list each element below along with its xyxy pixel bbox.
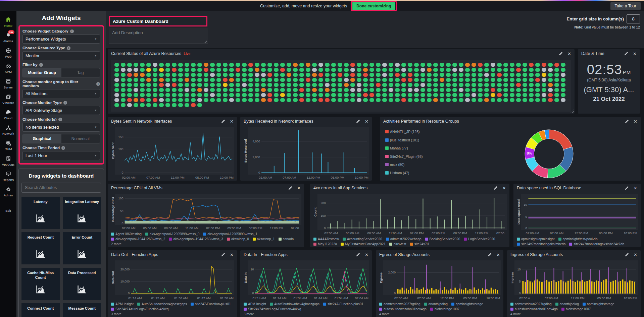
sidebar-item-admin[interactable]: Admin [0,186,16,197]
close-icon[interactable]: ✕ [297,186,301,190]
status-dot [446,98,451,102]
status-dot [114,63,119,67]
select-choose-monitor-s-[interactable]: No items selected▼ [22,123,100,132]
legend-swatch [386,238,389,241]
edit-pencil-icon[interactable] [494,186,498,190]
sidebar-item-vmware[interactable]: VMware [0,93,16,105]
sidebar-item-reports[interactable]: Reports [0,171,16,182]
widget-tile-latency[interactable]: Latency [21,197,60,229]
status-dot [542,73,546,77]
resize-handle[interactable] [203,39,207,43]
status-dot [267,93,272,97]
select-choose-monitor-group-to-filter-monitors[interactable]: All Monitors▼ [22,89,100,98]
status-dot [325,83,330,87]
legend-more-link[interactable]: 3 more... [243,311,369,316]
status-dot [376,88,381,92]
status-dot [185,78,189,82]
edit-pencil-icon[interactable] [625,186,629,190]
grid-size-input[interactable] [627,14,640,23]
legend-item: autoshutdownzoho01bev4gb [510,307,558,311]
dashboard-description-input[interactable]: Add Description [109,28,208,44]
close-icon[interactable]: ✕ [230,253,234,257]
close-icon[interactable]: ✕ [634,119,637,124]
status-dot [465,98,470,102]
legend-more-link[interactable]: 4 more... [510,311,638,316]
edit-pencil-icon[interactable] [559,52,563,56]
edit-pencil-icon[interactable] [625,119,629,123]
sidebar-item-label: Alarms [3,39,13,43]
status-dot [204,88,208,92]
close-icon[interactable]: ✕ [634,253,637,257]
widget-tile-cache-hit-miss-count[interactable]: Cache Hit-Miss Count [21,268,60,300]
status-dot [363,83,368,87]
segment-graphical[interactable]: Graphical [23,134,61,143]
clock-time: 02:53PM [581,62,637,77]
widget-tile-connect-count[interactable]: Connect Count [21,303,60,317]
segment-monitor-group[interactable]: Monitor Group [23,68,61,77]
legend-swatch [569,243,572,246]
widget-tile-integration-latency[interactable]: Integration Latency [63,197,101,229]
close-icon[interactable]: ✕ [496,253,500,257]
close-icon[interactable]: ✕ [634,186,637,190]
status-dot [491,78,495,82]
select-choose-resource-type[interactable]: Monitor▼ [22,51,100,60]
chevron-down-icon: ▼ [94,109,97,112]
close-icon[interactable]: ✕ [365,253,368,257]
status-dot [440,78,444,82]
sidebar-item-web[interactable]: Web [0,47,16,58]
close-icon[interactable]: ✕ [567,52,571,56]
sidebar-item-cloud[interactable]: Cloud [0,109,16,120]
status-dot [478,63,483,67]
sidebar-item-network[interactable]: Network [0,124,16,135]
status-dot [376,98,381,102]
sidebar-item-apm[interactable]: APM [0,63,16,74]
status-dot [127,68,132,72]
edit-pencil-icon[interactable] [624,52,628,56]
dashboard-title-input[interactable] [109,16,207,26]
widget-tile-message-count[interactable]: Message Count [63,303,101,317]
sidebar-item-edit[interactable]: Edit [0,201,16,212]
edit-pencil-icon[interactable] [488,253,492,257]
edit-pencil-icon[interactable] [356,119,360,123]
status-dot [535,73,540,77]
close-icon[interactable]: ✕ [502,186,506,190]
sidebar-item-alarms[interactable]: 99+Alarms [0,32,16,43]
legend-more-link[interactable]: 3 more... [110,311,234,316]
done-customizing-button[interactable]: Done customizing [352,2,395,10]
select-choose-time-period[interactable]: Last 1 Hour▼ [22,151,100,160]
sidebar-item-rum[interactable]: RUM [0,140,16,151]
edit-pencil-icon[interactable] [221,253,225,257]
status-dot [478,88,483,92]
sidebar-item-server[interactable]: Server [0,78,16,89]
search-input[interactable] [21,183,101,193]
select-choose-monitor-type[interactable]: API Gateway Stage▼ [22,106,100,115]
legend-more-link[interactable]: 2 more... [110,241,301,246]
status-dot [185,83,189,87]
take-a-tour-button[interactable]: Take a Tour [610,2,641,10]
select-choose-widget-category[interactable]: Performance Widgets▼ [22,35,100,44]
sidebar-item-applogs[interactable]: AppLogs [0,155,16,166]
svg-text:150: 150 [118,135,123,139]
widget-tile-request-count[interactable]: Request Count [21,232,60,264]
edit-pencil-icon[interactable] [625,253,629,257]
legend-item: aks-agentpool-12905899-vmss_1 [203,232,257,236]
widget-tile-error-count[interactable]: Error Count [63,232,101,264]
segment-numerical[interactable]: Numerical [61,134,100,143]
widget-tile-data-processed[interactable]: Data Processed [63,268,101,300]
status-dot [395,73,400,77]
status-dot [459,83,463,87]
segment-tag[interactable]: Tag [61,68,100,77]
status-dot [261,88,266,92]
close-icon[interactable]: ✕ [633,52,637,56]
legend-more-link[interactable]: 4 more... [379,311,501,316]
sidebar-item-label: Network [2,132,14,135]
sidebar-item-home[interactable]: Home [0,16,16,27]
edit-pencil-icon[interactable] [221,119,225,123]
edit-pencil-icon[interactable] [356,253,360,257]
legend-item: site24x7l1 [410,242,430,246]
svg-text:10: 10 [517,268,521,271]
status-dot [242,93,247,97]
edit-pencil-icon[interactable] [288,186,292,190]
close-icon[interactable]: ✕ [365,119,368,124]
close-icon[interactable]: ✕ [230,119,234,124]
